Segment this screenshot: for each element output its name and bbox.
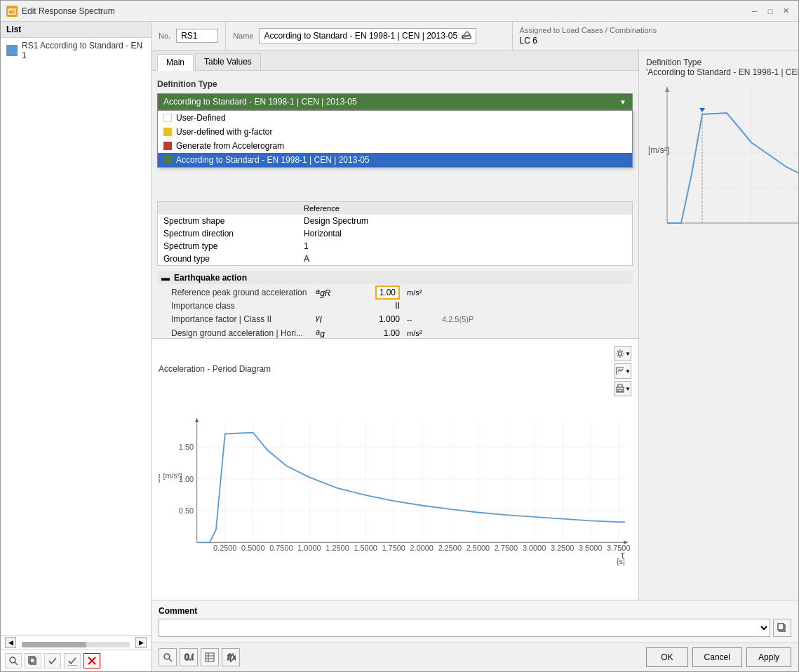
close-button[interactable]: ✕ xyxy=(779,4,793,18)
prop-row: Spectrum direction Horizontal xyxy=(158,227,632,240)
x-tick: 2.0000 xyxy=(410,544,434,552)
params-panel: Main Table Values Definition Type xyxy=(152,51,639,600)
assigned-label: Assigned to Load Cases / Combinations xyxy=(520,26,791,34)
eq-label: Reference peak ground acceleration xyxy=(157,285,311,300)
window-icon xyxy=(6,6,18,17)
x-tick: 1.5000 xyxy=(354,544,377,552)
svg-rect-46 xyxy=(778,624,784,630)
list-item[interactable]: RS1 According to Standard - EN 1 xyxy=(1,38,151,63)
prop-row: Ground type A xyxy=(158,253,632,265)
spectrum-table: Reference Spectrum shape Design Spectrum xyxy=(158,202,632,265)
search-footer-button[interactable] xyxy=(159,648,177,666)
eq-symbol xyxy=(311,300,347,312)
assigned-value: LC 6 xyxy=(520,36,791,46)
y-tick: 1.50 xyxy=(179,443,194,451)
eq-symbol: ag xyxy=(311,326,347,338)
chart-print-button[interactable]: ▼ xyxy=(615,381,631,396)
x-tick: 2.2500 xyxy=(438,544,462,552)
item-icon xyxy=(6,45,18,56)
dropdown-item-user-defined[interactable]: User-Defined xyxy=(158,111,632,125)
x-tick: 3.7500 xyxy=(607,544,630,552)
no-label: No. xyxy=(159,32,170,40)
spectrum-curve xyxy=(197,433,625,543)
bottom-chart-area: Acceleration - Period Diagram ▼ ▼ xyxy=(152,338,638,600)
dropdown-item-accelerogram[interactable]: Generate from Accelerogram xyxy=(158,139,632,153)
copy-button[interactable] xyxy=(25,653,41,668)
spectrum-props-table: Reference Spectrum shape Design Spectrum xyxy=(157,201,633,266)
item-color-box xyxy=(163,128,172,136)
table-footer-button[interactable] xyxy=(201,648,219,666)
svg-line-48 xyxy=(169,659,172,661)
dropdown-arrow-icon: ▼ xyxy=(625,368,631,375)
x-tick: 3.5000 xyxy=(579,544,602,552)
tab-main[interactable]: Main xyxy=(157,54,194,71)
prop-row: Spectrum shape Design Spectrum xyxy=(158,215,632,227)
delete-button[interactable] xyxy=(83,653,100,668)
prop-row: Spectrum type 1 xyxy=(158,240,632,253)
right-panel: No. RS1 Name According to Standard - EN … xyxy=(152,22,798,671)
eq-unit: m/s² xyxy=(403,285,438,300)
name-section: Name According to Standard - EN 1998-1 |… xyxy=(226,22,512,50)
maximize-button[interactable]: □ xyxy=(763,4,777,18)
no-section: No. RS1 xyxy=(152,22,226,50)
earthquake-section: ▬ Earthquake action Reference peak groun… xyxy=(157,271,633,338)
scroll-left-button[interactable]: ◀ xyxy=(5,637,16,648)
chart-tool-buttons: ▼ ▼ ▼ xyxy=(615,346,631,396)
formula-footer-button[interactable]: f(x) xyxy=(222,648,240,666)
x-tick: 1.7500 xyxy=(382,544,405,552)
eq-unit: m/s² xyxy=(403,326,438,338)
dropdown-arrow-icon: ▼ xyxy=(625,351,631,357)
eq-value: 1.00 xyxy=(347,326,403,338)
y-axis-label: Sa xyxy=(159,473,161,483)
svg-text:0.00: 0.00 xyxy=(184,652,194,662)
dropdown-arrow-icon: ▼ xyxy=(619,98,626,106)
chart-header: Acceleration - Period Diagram ▼ ▼ xyxy=(159,346,631,396)
check-button[interactable] xyxy=(44,653,61,668)
scroll-right-button[interactable]: ▶ xyxy=(135,637,147,648)
scrollbar-track[interactable] xyxy=(22,642,130,647)
value-footer-button[interactable]: 0.00 xyxy=(180,648,198,666)
earthquake-row: Importance class II xyxy=(157,300,633,312)
definition-type-dropdown[interactable]: According to Standard - EN 1998-1 | CEN … xyxy=(157,93,633,110)
scrollbar-thumb[interactable] xyxy=(22,642,86,647)
eq-ref: 4.2.5(5)P xyxy=(438,312,633,326)
comment-dropdown[interactable] xyxy=(159,619,770,637)
eq-unit: -- xyxy=(403,312,438,326)
tab-table-values[interactable]: Table Values xyxy=(195,53,261,70)
prop-value: Horizontal xyxy=(298,227,632,240)
eq-ref xyxy=(438,285,633,300)
dropdown-item-user-g-factor[interactable]: User-defined with g-factor xyxy=(158,125,632,139)
x-tick: 0.7500 xyxy=(269,544,293,552)
apply-button[interactable]: Apply xyxy=(746,647,791,667)
search-button[interactable] xyxy=(5,653,22,668)
eq-label: Design ground acceleration | Hori... xyxy=(157,326,311,338)
edit-name-button[interactable] xyxy=(462,30,471,42)
chart-settings-button[interactable]: ▼ xyxy=(615,346,631,361)
x-axis-unit: [s] xyxy=(617,557,625,565)
eq-label: Importance factor | Class II xyxy=(157,312,311,326)
collapse-icon[interactable]: ▬ xyxy=(161,273,170,283)
list-header: List xyxy=(1,22,151,38)
name-label: Name xyxy=(233,32,253,40)
peak-marker xyxy=(699,108,705,112)
scrollbar-area: ◀ ▶ xyxy=(1,635,151,650)
earthquake-row: Reference peak ground acceleration agR 1… xyxy=(157,285,633,300)
eq-value: II xyxy=(347,300,403,312)
x-tick: 2.5000 xyxy=(466,544,490,552)
svg-rect-50 xyxy=(206,653,214,661)
dropdown-item-en1998[interactable]: According to Standard - EN 1998-1 | CEN … xyxy=(158,153,632,167)
prop-label: Spectrum type xyxy=(158,240,298,253)
ok-button[interactable]: OK xyxy=(646,647,687,667)
definition-type-area: Definition Type According to Standard - … xyxy=(157,79,633,266)
check2-button[interactable] xyxy=(64,653,81,668)
cancel-button[interactable]: Cancel xyxy=(692,647,742,667)
bottom-section: Comment 0 xyxy=(152,600,798,671)
eq-ref xyxy=(438,300,633,312)
minimize-button[interactable]: ─ xyxy=(748,4,762,18)
comment-copy-button[interactable] xyxy=(773,619,791,637)
top-info-row: No. RS1 Name According to Standard - EN … xyxy=(152,22,798,51)
eq-unit xyxy=(403,300,438,312)
y-tick: 0.50 xyxy=(179,506,194,515)
prop-label: Ground type xyxy=(158,253,298,265)
chart-scale-button[interactable]: ▼ xyxy=(615,363,631,379)
